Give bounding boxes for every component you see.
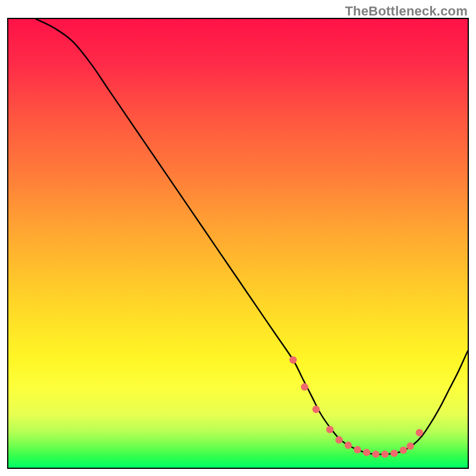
highlight-dot bbox=[336, 436, 343, 443]
highlight-dot bbox=[345, 441, 352, 449]
curve-layer bbox=[8, 19, 468, 468]
chart-stage: TheBottleneck.com bbox=[0, 0, 476, 476]
highlight-dot bbox=[381, 450, 389, 458]
highlight-dot bbox=[363, 449, 370, 456]
highlight-dot bbox=[416, 429, 423, 436]
highlight-dot bbox=[312, 406, 320, 413]
plot-area bbox=[7, 18, 469, 469]
highlight-dot bbox=[406, 443, 414, 450]
watermark-text: TheBottleneck.com bbox=[345, 4, 468, 19]
highlight-dot bbox=[289, 356, 296, 364]
highlight-dots bbox=[289, 356, 423, 458]
bottleneck-curve bbox=[36, 19, 468, 455]
highlight-dot bbox=[390, 450, 397, 457]
highlight-dot bbox=[354, 446, 361, 453]
highlight-dot bbox=[301, 383, 308, 390]
highlight-dot bbox=[326, 426, 333, 433]
highlight-dot bbox=[372, 450, 379, 458]
highlight-dot bbox=[400, 446, 407, 453]
